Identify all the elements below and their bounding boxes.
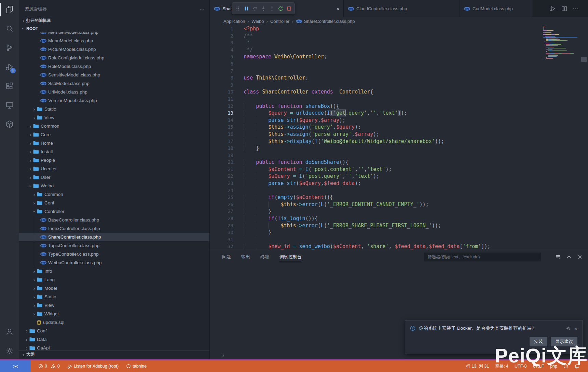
breadcrumb-item[interactable]: Application <box>223 19 245 24</box>
gripper-icon[interactable] <box>234 4 241 13</box>
gear-icon[interactable] <box>565 326 571 331</box>
line-number[interactable]: 22 <box>210 173 233 180</box>
activity-package-icon[interactable] <box>0 115 19 134</box>
line-col-status[interactable]: 行 13, 列 31 <box>466 363 489 369</box>
problems-status[interactable]: 0 0 <box>38 364 60 369</box>
code-line[interactable]: /** <box>244 32 540 40</box>
tree-item-Conf[interactable]: ›Conf <box>19 199 209 207</box>
tree-item-Weibo[interactable]: ›Weibo <box>19 182 209 190</box>
code-line[interactable]: */ <box>244 46 540 54</box>
line-number[interactable]: 21 <box>210 166 233 173</box>
line-number[interactable]: 18 <box>210 145 233 152</box>
console-prompt-icon[interactable]: › <box>222 352 224 358</box>
xdebug-status[interactable]: Listen for Xdebug (root) <box>67 364 119 369</box>
tabnine-status[interactable]: tabnine <box>126 364 147 369</box>
outline-section[interactable]: › 大纲 <box>19 350 209 358</box>
code-line[interactable]: if(!is_login()){ <box>244 215 540 222</box>
tree-item-OaApi[interactable]: ›OaApi <box>19 344 209 350</box>
line-number[interactable]: 4 <box>210 46 233 54</box>
line-number[interactable]: 16 <box>210 131 233 138</box>
tree-item-BaseController.class.php[interactable]: phpBaseController.class.php <box>19 216 209 224</box>
code-line[interactable]: * <box>244 39 540 46</box>
language-status[interactable]: php <box>550 364 557 369</box>
more-actions-icon[interactable]: ⋯ <box>199 6 205 12</box>
line-number[interactable]: 17 <box>210 138 233 145</box>
clear-console-icon[interactable] <box>555 254 561 260</box>
code-line[interactable]: $new_id = send_weibo($aContent, 'share',… <box>244 243 540 250</box>
code-line[interactable]: $this->error(L('_ERROR_CONTENT_CANNOT_EM… <box>244 201 540 208</box>
code-line[interactable] <box>244 152 540 159</box>
tree-item-Home[interactable]: ›Home <box>19 139 209 147</box>
breadcrumb-item[interactable]: Controller <box>270 19 289 24</box>
line-number[interactable]: 2 <box>210 32 233 40</box>
line-number[interactable]: 14 <box>210 117 233 124</box>
code-line[interactable]: if(empty($aContent)){ <box>244 194 540 201</box>
line-number[interactable]: 6 <box>210 60 233 68</box>
code-line[interactable]: } <box>244 229 540 236</box>
tree-item-Info[interactable]: ›Info <box>19 267 209 275</box>
tree-item-UrlModel.class.php[interactable]: phpUrlModel.class.php <box>19 88 209 96</box>
filter-input[interactable] <box>424 253 541 261</box>
code-line[interactable]: $this->assign('query',$query); <box>244 124 540 131</box>
activity-run-debug-icon[interactable]: 1 <box>0 57 19 76</box>
code-line[interactable]: <?php <box>244 25 540 32</box>
bell-icon[interactable] <box>574 364 579 369</box>
panel-tab-问题[interactable]: 问题 <box>222 250 231 264</box>
remote-indicator[interactable]: >< <box>0 360 31 372</box>
pause-icon[interactable] <box>243 4 250 13</box>
code-line[interactable]: } <box>244 208 540 215</box>
close-icon[interactable]: × <box>336 6 339 12</box>
line-number[interactable]: 19 <box>210 152 233 159</box>
tree-item-RoleConfigModel.class.php[interactable]: phpRoleConfigModel.class.php <box>19 54 209 62</box>
tree-item-Ucenter[interactable]: ›Ucenter <box>19 164 209 173</box>
tree-item-Common[interactable]: ›Common <box>19 122 209 130</box>
tree-item-Controller[interactable]: ›Controller <box>19 207 209 216</box>
scrollbar-slider[interactable] <box>581 57 587 62</box>
eol-status[interactable]: CRLF <box>533 364 544 369</box>
code-line[interactable] <box>244 68 540 75</box>
step-out-icon[interactable] <box>268 4 275 13</box>
code-line[interactable]: $query = urldecode(I('get.query','','tex… <box>244 110 540 117</box>
code-line[interactable]: public function shareBox(){ <box>244 103 540 110</box>
code-line[interactable] <box>244 82 540 89</box>
code-line[interactable]: } <box>244 145 540 152</box>
panel-tab-输出[interactable]: 输出 <box>241 250 250 264</box>
line-number[interactable]: 32 <box>210 243 233 250</box>
editor-tab-CloudController.class.php[interactable]: phpCloudController.class.php <box>344 0 460 17</box>
code-line[interactable] <box>244 60 540 68</box>
activity-search-icon[interactable] <box>0 19 19 38</box>
minimap[interactable] <box>543 27 577 60</box>
tree-item-update.sql[interactable]: update.sql <box>19 318 209 327</box>
line-number[interactable]: 29 <box>210 222 233 229</box>
tree-item-SensitiveModel.class.php[interactable]: phpSensitiveModel.class.php <box>19 71 209 79</box>
line-number[interactable]: 26 <box>210 201 233 208</box>
restart-icon[interactable] <box>277 4 284 13</box>
code-line[interactable]: class ShareController extends Controller… <box>244 88 540 96</box>
line-number[interactable]: 3 <box>210 39 233 46</box>
tree-item-Lang[interactable]: ›Lang <box>19 275 209 284</box>
tree-item-People[interactable]: ›People <box>19 156 209 164</box>
tree-item-SsoModel.class.php[interactable]: phpSsoModel.class.php <box>19 79 209 88</box>
notification-button-显示建议[interactable]: 显示建议 <box>551 337 577 346</box>
code-line[interactable] <box>244 96 540 103</box>
editor-tab-CurlModel.class.php[interactable]: phpCurlModel.class.php <box>460 0 533 17</box>
tree-item-IndexController.class.php[interactable]: phpIndexController.class.php <box>19 224 209 233</box>
line-number[interactable]: 20 <box>210 159 233 166</box>
line-number[interactable]: 31 <box>210 236 233 243</box>
close-icon[interactable]: × <box>574 326 577 331</box>
activity-source-control-icon[interactable] <box>0 38 19 57</box>
tree-item-VersionModel.class.php[interactable]: phpVersionModel.class.php <box>19 96 209 105</box>
notification-button-安装[interactable]: 安装 <box>530 337 547 346</box>
line-number[interactable]: 11 <box>210 96 233 103</box>
line-number[interactable]: 1 <box>210 25 233 32</box>
step-into-icon[interactable] <box>260 4 267 13</box>
line-number[interactable]: 9 <box>210 82 233 89</box>
line-number[interactable]: 23 <box>210 180 233 187</box>
line-number[interactable]: 25 <box>210 194 233 201</box>
run-and-debug-icon[interactable] <box>550 5 556 12</box>
line-number[interactable]: 10 <box>210 88 233 96</box>
code-line[interactable]: public function doSendShare(){ <box>244 159 540 166</box>
panel-tab-终端[interactable]: 终端 <box>260 250 269 264</box>
step-over-icon[interactable] <box>251 4 258 13</box>
tree-item-WeiboController.class.php[interactable]: phpWeiboController.class.php <box>19 258 209 267</box>
